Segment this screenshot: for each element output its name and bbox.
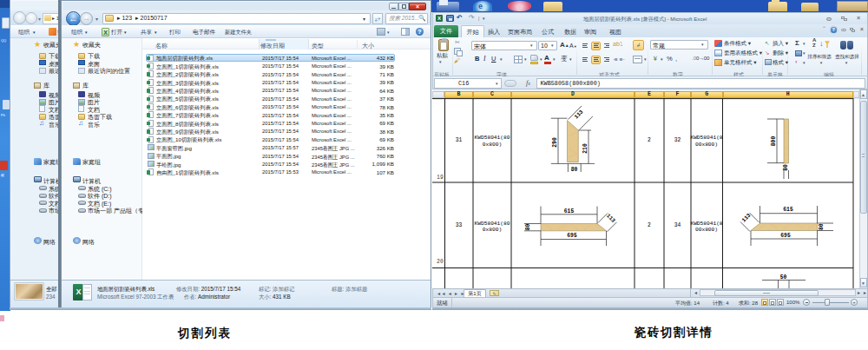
- svg-text:50: 50: [780, 274, 787, 281]
- svg-text:KWD58041(8: KWD58041(8: [690, 135, 722, 141]
- svg-text:800: 800: [771, 136, 777, 147]
- svg-text:290: 290: [552, 137, 558, 148]
- svg-text:KWD58041(80: KWD58041(80: [475, 221, 510, 227]
- svg-text:695: 695: [780, 233, 791, 239]
- svg-text:80: 80: [571, 167, 578, 173]
- svg-text:2: 2: [648, 137, 651, 143]
- svg-text:00x800): 00x800): [695, 142, 718, 148]
- svg-text:615: 615: [783, 207, 793, 213]
- svg-text:2: 2: [648, 222, 651, 228]
- svg-text:KWD58041(80: KWD58041(80: [475, 135, 510, 141]
- svg-text:113: 113: [605, 213, 616, 224]
- svg-text:80: 80: [525, 224, 531, 231]
- svg-text:31: 31: [456, 137, 463, 143]
- svg-text:113: 113: [573, 109, 584, 120]
- svg-text:0x800): 0x800): [483, 227, 502, 233]
- svg-text:33: 33: [456, 222, 463, 228]
- svg-text:695: 695: [567, 233, 577, 239]
- svg-text:00x800): 00x800): [695, 227, 718, 233]
- svg-text:0x800): 0x800): [483, 142, 502, 148]
- svg-text:KWD58041(8: KWD58041(8: [690, 221, 722, 227]
- svg-text:615: 615: [564, 208, 575, 215]
- svg-text:210: 210: [582, 143, 589, 154]
- svg-text:80: 80: [819, 223, 825, 230]
- svg-text:32: 32: [674, 137, 681, 143]
- svg-text:80: 80: [783, 164, 789, 171]
- svg-text:34: 34: [674, 222, 681, 228]
